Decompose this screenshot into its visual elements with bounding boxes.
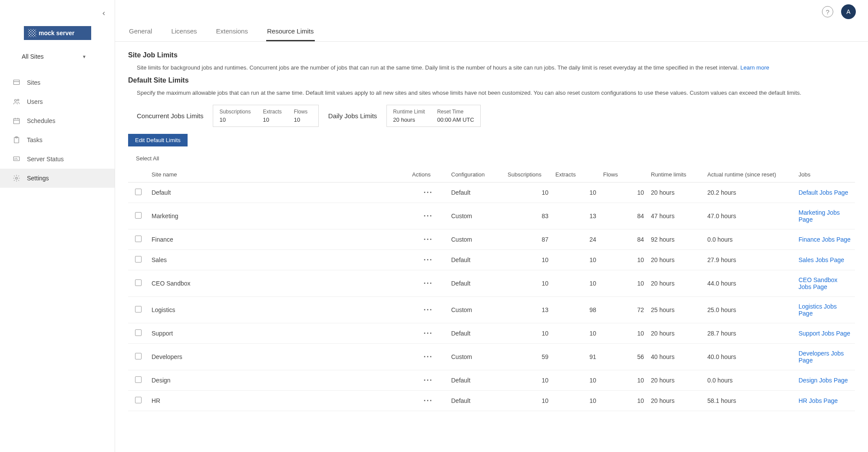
row-checkbox[interactable]: [135, 376, 142, 383]
avatar[interactable]: A: [841, 4, 856, 19]
svg-rect-0: [13, 80, 20, 85]
cell-site-name: Marketing: [148, 203, 409, 229]
col-extracts[interactable]: Extracts: [552, 167, 600, 183]
jobs-page-link[interactable]: Developers Jobs Page: [799, 350, 844, 364]
row-actions-button[interactable]: ···: [423, 396, 432, 405]
sidebar-item-sites[interactable]: Sites: [0, 73, 115, 92]
jobs-page-link[interactable]: HR Jobs Page: [799, 397, 838, 404]
table-row: Default···Default10101020 hours20.2 hour…: [128, 183, 855, 203]
row-actions-button[interactable]: ···: [423, 212, 432, 220]
row-checkbox[interactable]: [135, 397, 142, 403]
learn-more-link[interactable]: Learn more: [740, 64, 769, 71]
jobs-page-link[interactable]: Marketing Jobs Page: [799, 209, 840, 223]
row-checkbox[interactable]: [135, 256, 142, 263]
sidebar-item-label: Schedules: [27, 117, 55, 124]
tasks-icon: [12, 136, 21, 144]
row-checkbox[interactable]: [135, 306, 142, 312]
reset-time-header: Reset Time: [437, 109, 474, 115]
tab-general[interactable]: General: [128, 27, 153, 41]
col-site-name[interactable]: Site name: [148, 167, 409, 183]
tab-licenses[interactable]: Licenses: [170, 27, 198, 41]
cell-configuration: Default: [448, 391, 504, 411]
jobs-page-link[interactable]: Design Jobs Page: [799, 377, 848, 384]
default-site-limits-desc: Specify the maximum allowable jobs that …: [128, 87, 855, 102]
cell-runtime-limit: 20 hours: [647, 370, 704, 391]
sites-icon: [12, 78, 21, 87]
reset-time-value: 00:00 AM UTC: [437, 116, 474, 123]
jobs-page-link[interactable]: Finance Jobs Page: [799, 236, 851, 243]
cell-subscriptions: 87: [504, 229, 552, 250]
site-selector[interactable]: All Sites ▼: [0, 49, 115, 69]
col-subscriptions[interactable]: Subscriptions: [504, 167, 552, 183]
cell-extracts: 98: [552, 297, 600, 323]
cell-configuration: Default: [448, 370, 504, 391]
table-row: Finance···Custom87248492 hours0.0 hoursF…: [128, 229, 855, 250]
row-actions-button[interactable]: ···: [423, 376, 432, 385]
edit-default-limits-button[interactable]: Edit Default Limits: [128, 134, 188, 146]
cell-actual-runtime: 40.0 hours: [704, 344, 795, 370]
row-checkbox[interactable]: [135, 236, 142, 242]
chevron-down-icon: ▼: [82, 54, 86, 59]
cell-configuration: Default: [448, 183, 504, 203]
cell-extracts: 13: [552, 203, 600, 229]
svg-point-3: [17, 99, 19, 101]
row-checkbox[interactable]: [135, 189, 142, 195]
row-actions-button[interactable]: ···: [423, 188, 432, 197]
cell-runtime-limit: 25 hours: [647, 297, 704, 323]
status-icon: [12, 155, 21, 163]
cell-flows: 10: [600, 250, 647, 270]
jobs-page-link[interactable]: Sales Jobs Page: [799, 256, 844, 263]
sidebar-item-tasks[interactable]: Tasks: [0, 130, 115, 150]
cell-extracts: 10: [552, 270, 600, 297]
sidebar-item-schedules[interactable]: Schedules: [0, 111, 115, 130]
table-row: Design···Default10101020 hours0.0 hoursD…: [128, 370, 855, 391]
help-icon[interactable]: ?: [822, 6, 833, 17]
row-checkbox[interactable]: [135, 279, 142, 286]
cell-site-name: Support: [148, 323, 409, 344]
tab-extensions[interactable]: Extensions: [215, 27, 249, 41]
topbar: ? A: [115, 0, 868, 23]
row-checkbox[interactable]: [135, 212, 142, 219]
collapse-sidebar-button[interactable]: [101, 9, 107, 19]
row-actions-button[interactable]: ···: [423, 352, 432, 361]
tab-resource-limits[interactable]: Resource Limits: [266, 27, 315, 41]
col-flows[interactable]: Flows: [600, 167, 647, 183]
cell-site-name: Design: [148, 370, 409, 391]
jobs-page-link[interactable]: Logistics Jobs Page: [799, 303, 837, 317]
cell-subscriptions: 10: [504, 323, 552, 344]
col-runtime-limits[interactable]: Runtime limits: [647, 167, 704, 183]
row-actions-button[interactable]: ···: [423, 256, 432, 264]
cell-extracts: 10: [552, 370, 600, 391]
sidebar-item-settings[interactable]: Settings: [0, 169, 115, 188]
row-actions-button[interactable]: ···: [423, 329, 432, 338]
row-checkbox[interactable]: [135, 353, 142, 359]
svg-rect-10: [13, 157, 20, 161]
concurrent-jobs-box: Subscriptions 10 Extracts 10 Flows 10: [213, 105, 318, 127]
concurrent-jobs-label: Concurrent Jobs Limits: [137, 112, 203, 120]
cell-flows: 84: [600, 203, 647, 229]
col-actual-runtime[interactable]: Actual runtime (since reset): [704, 167, 795, 183]
row-actions-button[interactable]: ···: [423, 235, 432, 244]
col-configuration[interactable]: Configuration: [448, 167, 504, 183]
select-all-link[interactable]: Select All: [128, 153, 855, 167]
cell-site-name: Default: [148, 183, 409, 203]
cell-site-name: CEO Sandbox: [148, 270, 409, 297]
row-actions-button[interactable]: ···: [423, 279, 432, 288]
jobs-page-link[interactable]: Support Jobs Page: [799, 330, 850, 337]
jobs-page-link[interactable]: CEO Sandbox Jobs Page: [799, 276, 838, 290]
cell-extracts: 10: [552, 391, 600, 411]
row-checkbox[interactable]: [135, 329, 142, 336]
site-job-limits-desc-text: Site limits for background jobs and runt…: [137, 64, 739, 71]
sidebar-item-server-status[interactable]: Server Status: [0, 150, 115, 169]
cell-actual-runtime: 0.0 hours: [704, 370, 795, 391]
col-jobs[interactable]: Jobs: [795, 167, 855, 183]
table-row: Marketing···Custom83138447 hours47.0 hou…: [128, 203, 855, 229]
jobs-page-link[interactable]: Default Jobs Page: [799, 189, 848, 196]
flows-value: 10: [294, 116, 312, 123]
cell-runtime-limit: 20 hours: [647, 270, 704, 297]
col-actions[interactable]: Actions: [409, 167, 448, 183]
cell-flows: 72: [600, 297, 647, 323]
cell-extracts: 24: [552, 229, 600, 250]
row-actions-button[interactable]: ···: [423, 306, 432, 314]
sidebar-item-users[interactable]: Users: [0, 92, 115, 111]
